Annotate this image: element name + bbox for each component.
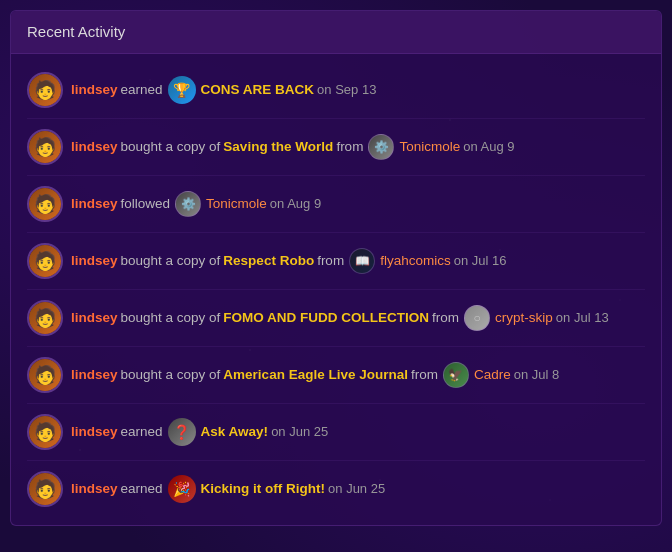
date-text: on Jun 25 (271, 422, 328, 442)
avatar: 🧑 (27, 471, 63, 507)
username[interactable]: lindsey (71, 479, 118, 499)
seller-avatar: 📖 (349, 248, 375, 274)
list-item: 🧑lindsey bought a copy ofRespect Robo fr… (11, 233, 661, 289)
highlight-text[interactable]: Kicking it off Right! (201, 479, 325, 499)
avatar: 🧑 (27, 357, 63, 393)
highlight-text[interactable]: FOMO AND FUDD COLLECTION (223, 308, 429, 328)
seller-name[interactable]: Tonicmole (399, 137, 460, 157)
activity-text: lindsey earned🏆CONS ARE BACK on Sep 13 (71, 76, 645, 104)
activity-text: lindsey bought a copy ofSaving the World… (71, 134, 645, 160)
avatar: 🧑 (27, 72, 63, 108)
preposition-text: from (432, 308, 459, 328)
avatar: 🧑 (27, 129, 63, 165)
date-text: on Aug 9 (463, 137, 514, 157)
seller-avatar: ○ (464, 305, 490, 331)
date-text: on Jul 16 (454, 251, 507, 271)
list-item: 🧑lindsey bought a copy ofSaving the Worl… (11, 119, 661, 175)
list-item: 🧑lindsey earned🎉Kicking it off Right! on… (11, 461, 661, 517)
action-text: earned (121, 422, 163, 442)
username[interactable]: lindsey (71, 251, 118, 271)
list-item: 🧑lindsey bought a copy ofFOMO AND FUDD C… (11, 290, 661, 346)
preposition-text: from (411, 365, 438, 385)
date-text: on Jun 25 (328, 479, 385, 499)
highlight-text[interactable]: Ask Away! (201, 422, 269, 442)
username[interactable]: lindsey (71, 137, 118, 157)
badge-icon: 🏆 (168, 76, 196, 104)
action-text: bought a copy of (121, 308, 221, 328)
avatar: 🧑 (27, 243, 63, 279)
preposition-text: from (336, 137, 363, 157)
action-text: bought a copy of (121, 251, 221, 271)
date-text: on Jul 13 (556, 308, 609, 328)
panel-header: Recent Activity (11, 11, 661, 54)
avatar: 🧑 (27, 300, 63, 336)
date-text: on Sep 13 (317, 80, 376, 100)
action-text: followed (121, 194, 171, 214)
preposition-text: from (317, 251, 344, 271)
seller-avatar: ⚙️ (175, 191, 201, 217)
username[interactable]: lindsey (71, 80, 118, 100)
list-item: 🧑lindsey bought a copy ofAmerican Eagle … (11, 347, 661, 403)
badge-icon: 🎉 (168, 475, 196, 503)
username[interactable]: lindsey (71, 422, 118, 442)
date-text: on Aug 9 (270, 194, 321, 214)
activity-text: lindsey bought a copy ofAmerican Eagle L… (71, 362, 645, 388)
list-item: 🧑lindsey earned🏆CONS ARE BACK on Sep 13 (11, 62, 661, 118)
username[interactable]: lindsey (71, 308, 118, 328)
list-item: 🧑lindsey earned❓Ask Away! on Jun 25 (11, 404, 661, 460)
action-text: earned (121, 479, 163, 499)
activity-text: lindsey bought a copy ofRespect Robo fro… (71, 248, 645, 274)
avatar: 🧑 (27, 186, 63, 222)
avatar: 🧑 (27, 414, 63, 450)
seller-name[interactable]: flyahcomics (380, 251, 451, 271)
seller-avatar: ⚙️ (368, 134, 394, 160)
main-container: Recent Activity 🧑lindsey earned🏆CONS ARE… (0, 0, 672, 536)
seller-avatar: 🦅 (443, 362, 469, 388)
highlight-text[interactable]: American Eagle Live Journal (223, 365, 408, 385)
username[interactable]: lindsey (71, 194, 118, 214)
action-text: earned (121, 80, 163, 100)
badge-icon: ❓ (168, 418, 196, 446)
seller-name[interactable]: Tonicmole (206, 194, 267, 214)
activity-text: lindsey earned❓Ask Away! on Jun 25 (71, 418, 645, 446)
action-text: bought a copy of (121, 365, 221, 385)
highlight-text[interactable]: CONS ARE BACK (201, 80, 315, 100)
action-text: bought a copy of (121, 137, 221, 157)
recent-activity-panel: Recent Activity 🧑lindsey earned🏆CONS ARE… (10, 10, 662, 526)
list-item: 🧑lindsey followed⚙️Tonicmole on Aug 9 (11, 176, 661, 232)
seller-name[interactable]: Cadre (474, 365, 511, 385)
highlight-text[interactable]: Saving the World (223, 137, 333, 157)
activity-list: 🧑lindsey earned🏆CONS ARE BACK on Sep 13🧑… (11, 54, 661, 525)
seller-name[interactable]: crypt-skip (495, 308, 553, 328)
highlight-text[interactable]: Respect Robo (223, 251, 314, 271)
username[interactable]: lindsey (71, 365, 118, 385)
panel-title: Recent Activity (27, 23, 125, 40)
activity-text: lindsey followed⚙️Tonicmole on Aug 9 (71, 191, 645, 217)
activity-text: lindsey bought a copy ofFOMO AND FUDD CO… (71, 305, 645, 331)
activity-text: lindsey earned🎉Kicking it off Right! on … (71, 475, 645, 503)
date-text: on Jul 8 (514, 365, 560, 385)
